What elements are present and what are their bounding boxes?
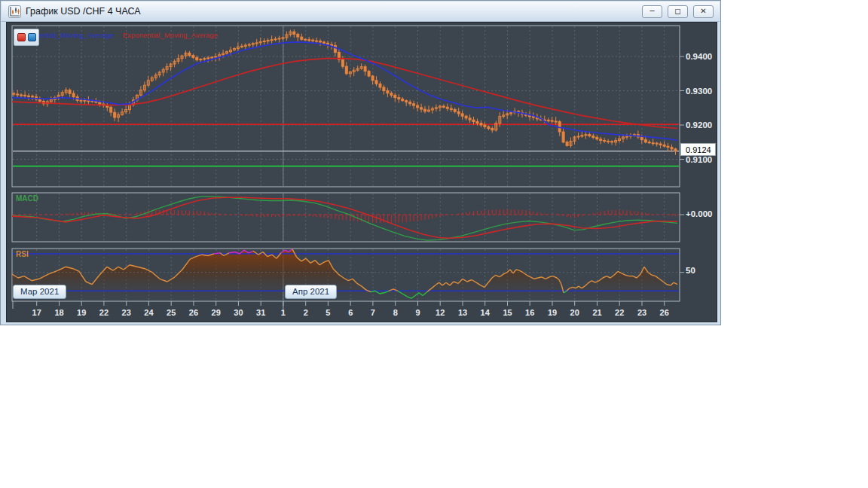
time-axis-label: 9 <box>415 308 420 317</box>
time-axis-label: 6 <box>348 308 353 317</box>
indicator-red-button[interactable] <box>17 33 26 41</box>
indicator-blue-button[interactable] <box>28 33 36 41</box>
price-axis-label: 0.9200 <box>686 120 712 130</box>
macd-zero-axis-label: +0.000 <box>686 209 713 218</box>
time-axis-label: 25 <box>167 308 176 317</box>
price-axis-label: 0.9100 <box>686 155 712 164</box>
price-axis-labels: 0.94000.93000.92000.9100 <box>680 52 712 273</box>
time-axis-label: 18 <box>54 308 63 317</box>
rsi-50-axis-label: 50 <box>686 266 695 275</box>
time-axis-label: 7 <box>371 308 375 317</box>
time-axis-label: 23 <box>637 308 646 317</box>
time-axis-label: 21 <box>592 308 601 317</box>
time-axis-label: 19 <box>77 308 86 317</box>
time-axis-label: 24 <box>144 308 154 317</box>
time-axis-label: 12 <box>436 308 445 317</box>
chart-canvas[interactable]: 0.94000.93000.92000.91001718192223242526… <box>7 23 718 323</box>
time-axis-label: 22 <box>615 308 624 317</box>
time-axis-label: 23 <box>122 308 131 317</box>
restore-button[interactable]: ◻ <box>668 5 688 18</box>
restore-icon: ◻ <box>674 8 680 15</box>
time-axis-label: 8 <box>393 308 398 317</box>
time-axis-label: 31 <box>256 308 265 317</box>
current-price-badge: 0.9124 <box>680 143 716 156</box>
time-axis-labels: 1718192223242526293031125678912131415161… <box>13 301 669 317</box>
time-axis-label: 14 <box>481 308 491 317</box>
time-axis-label: 20 <box>570 308 579 317</box>
time-axis-label: 16 <box>525 308 534 317</box>
time-axis-label: 29 <box>212 308 221 317</box>
time-axis-label: 17 <box>32 308 41 317</box>
indicator-buttons-panel <box>14 29 39 46</box>
time-axis-label: 15 <box>503 308 512 317</box>
minimize-icon: ─ <box>649 8 654 15</box>
macd-panel-label: MACD <box>16 194 38 203</box>
rsi-panel-label: RSI <box>16 250 29 258</box>
time-axis-label: 26 <box>189 308 198 317</box>
month-marker-mar: Мар 2021 <box>13 285 66 299</box>
month-marker-apr: Апр 2021 <box>285 285 337 299</box>
main-panel <box>12 26 680 187</box>
time-axis-label: 22 <box>99 308 108 317</box>
window-title: График USD /CHF 4 ЧАСА <box>26 6 637 17</box>
time-axis-label: 5 <box>326 308 330 317</box>
indicator-legend: ential_Moving_Average Exponential_Moving… <box>39 31 218 39</box>
time-axis-label: 19 <box>548 308 557 317</box>
time-axis-label: 26 <box>660 308 669 317</box>
time-axis-label: 2 <box>304 308 308 317</box>
close-icon: ✕ <box>700 8 706 15</box>
time-axis-label: 1 <box>281 308 286 317</box>
time-axis-label: 13 <box>458 308 467 317</box>
time-axis-label: 30 <box>234 308 243 317</box>
window-titlebar[interactable]: График USD /CHF 4 ЧАСА ─ ◻ ✕ <box>2 2 720 22</box>
minimize-button[interactable]: ─ <box>642 5 662 18</box>
close-button[interactable]: ✕ <box>693 5 714 18</box>
price-axis-label: 0.9400 <box>686 52 712 61</box>
macd-panel <box>12 193 680 242</box>
price-axis-label: 0.9300 <box>686 87 712 96</box>
chart-window: График USD /CHF 4 ЧАСА ─ ◻ ✕ 0.94000.930… <box>0 0 721 325</box>
window-chart-icon <box>8 5 21 18</box>
legend-ema-fast: ential_Moving_Average <box>39 31 114 39</box>
legend-ema-slow: Exponential_Moving_Average <box>123 31 218 39</box>
chart-client-area: 0.94000.93000.92000.91001718192223242526… <box>6 22 717 322</box>
